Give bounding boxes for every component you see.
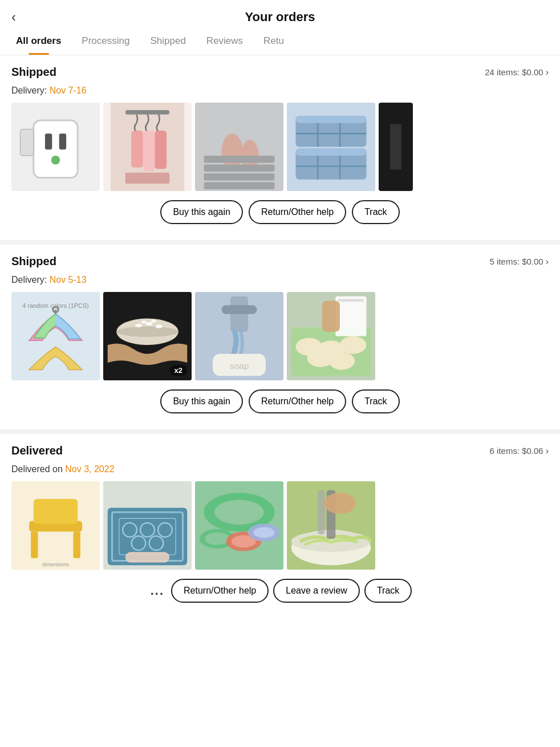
divider-1 xyxy=(0,240,560,245)
chevron-icon-3: › xyxy=(546,446,549,456)
tab-shipped[interactable]: Shipped xyxy=(140,30,196,55)
svg-rect-57 xyxy=(335,297,366,336)
svg-rect-59 xyxy=(322,301,340,332)
tab-reviews[interactable]: Reviews xyxy=(196,30,253,55)
product-image: 75mm×15mm xyxy=(379,103,413,191)
svg-rect-64 xyxy=(74,531,80,558)
svg-point-54 xyxy=(340,336,367,354)
svg-rect-3 xyxy=(59,133,66,149)
svg-rect-16 xyxy=(204,165,275,172)
delivery-date-1: Delivery: Nov 7-16 xyxy=(11,86,549,96)
svg-rect-27 xyxy=(296,149,367,156)
product-images-3: dimensions xyxy=(11,481,549,570)
svg-point-56 xyxy=(328,352,355,370)
svg-point-4 xyxy=(51,156,60,165)
action-buttons-3: ... Return/Other help Leave a review Tra… xyxy=(11,579,549,603)
svg-rect-10 xyxy=(143,131,155,171)
svg-point-40 xyxy=(135,324,142,327)
svg-point-90 xyxy=(324,493,356,514)
svg-text:dimensions: dimensions xyxy=(42,562,69,567)
svg-rect-89 xyxy=(318,490,324,535)
product-image xyxy=(11,103,100,191)
divider-2 xyxy=(0,429,560,434)
order-summary-1[interactable]: 24 items: $0.00 › xyxy=(485,67,549,78)
svg-rect-8 xyxy=(125,110,170,115)
product-image xyxy=(195,103,283,191)
delivery-date-3: Delivered on Nov 3, 2022 xyxy=(11,464,549,474)
svg-rect-75 xyxy=(125,552,170,563)
order-summary-3[interactable]: 6 items: $0.06 › xyxy=(490,446,549,456)
order-status-1: Shipped xyxy=(11,66,56,79)
product-images-2: 4 random colors (1PCS) xyxy=(11,292,549,380)
svg-text:soap: soap xyxy=(230,361,249,371)
svg-point-43 xyxy=(141,320,147,323)
svg-point-44 xyxy=(151,320,156,323)
svg-rect-19 xyxy=(204,156,275,163)
order-header-1: Shipped 24 items: $0.00 › xyxy=(11,66,549,79)
order-section-3: Delivered 6 items: $0.06 › Delivered on … xyxy=(0,434,560,619)
order-status-3: Delivered xyxy=(11,444,63,457)
track-button-1[interactable]: Track xyxy=(352,200,399,224)
chevron-icon-2: › xyxy=(546,257,549,267)
order-header-3: Delivered 6 items: $0.06 › xyxy=(11,444,549,457)
back-button[interactable]: ‹ xyxy=(11,10,16,24)
order-section-1: Shipped 24 items: $0.00 › Delivery: Nov … xyxy=(0,55,560,240)
svg-rect-63 xyxy=(31,531,38,558)
buy-again-button-2[interactable]: Buy this again xyxy=(160,389,243,413)
product-image: 4 random colors (1PCS) xyxy=(11,292,100,380)
product-image xyxy=(287,481,375,570)
buy-again-button-1[interactable]: Buy this again xyxy=(160,200,243,224)
order-summary-2[interactable]: 5 items: $0.00 › xyxy=(490,257,549,267)
svg-point-84 xyxy=(253,527,274,538)
svg-point-41 xyxy=(145,322,152,326)
svg-rect-18 xyxy=(204,182,275,189)
product-images-1: 75mm×15mm xyxy=(11,103,549,191)
header: ‹ Your orders xyxy=(0,0,560,30)
svg-rect-22 xyxy=(296,116,367,123)
product-image xyxy=(103,103,192,191)
return-help-button-1[interactable]: Return/Other help xyxy=(249,200,346,224)
svg-point-39 xyxy=(116,326,178,337)
product-image xyxy=(287,103,375,191)
delivery-date-2: Delivery: Nov 5-13 xyxy=(11,275,549,285)
tab-all-orders[interactable]: All orders xyxy=(6,30,71,55)
svg-point-42 xyxy=(155,324,162,328)
svg-rect-1 xyxy=(34,120,78,178)
order-section-2: Shipped 5 items: $0.00 › Delivery: Nov 5… xyxy=(0,245,560,429)
svg-rect-9 xyxy=(131,131,143,168)
svg-point-80 xyxy=(205,533,229,545)
track-button-3[interactable]: Track xyxy=(364,579,412,603)
chevron-icon-1: › xyxy=(546,67,549,78)
svg-point-14 xyxy=(222,133,243,169)
action-buttons-1: Buy this again Return/Other help Track xyxy=(11,200,549,224)
track-button-2[interactable]: Track xyxy=(352,389,399,413)
svg-rect-62 xyxy=(34,499,78,523)
product-image xyxy=(287,292,375,380)
svg-rect-11 xyxy=(155,131,167,169)
svg-rect-2 xyxy=(45,133,52,149)
svg-rect-33 xyxy=(390,124,401,170)
return-help-button-2[interactable]: Return/Other help xyxy=(249,389,346,413)
more-options-button[interactable]: ... xyxy=(148,583,167,598)
product-image xyxy=(195,481,283,570)
quantity-badge: x2 xyxy=(170,365,187,376)
product-image: soap xyxy=(195,292,283,380)
order-status-2: Shipped xyxy=(11,255,56,268)
tab-bar: All orders Processing Shipped Reviews Re… xyxy=(0,30,560,55)
svg-rect-58 xyxy=(338,299,364,302)
action-buttons-2: Buy this again Return/Other help Track xyxy=(11,389,549,413)
product-image xyxy=(103,481,192,570)
tab-processing[interactable]: Processing xyxy=(71,30,140,55)
leave-review-button[interactable]: Leave a review xyxy=(273,579,360,603)
page-title: Your orders xyxy=(245,10,315,25)
product-image: x2 xyxy=(103,292,192,380)
svg-point-78 xyxy=(214,500,264,525)
tab-returns[interactable]: Retu xyxy=(253,30,294,55)
svg-rect-17 xyxy=(204,173,275,180)
svg-text:4 random colors (1PCS): 4 random colors (1PCS) xyxy=(22,302,88,309)
order-header-2: Shipped 5 items: $0.00 › xyxy=(11,255,549,268)
svg-rect-12 xyxy=(125,173,170,184)
svg-rect-47 xyxy=(222,305,257,314)
return-help-button-3[interactable]: Return/Other help xyxy=(171,579,269,603)
svg-rect-5 xyxy=(21,129,34,156)
